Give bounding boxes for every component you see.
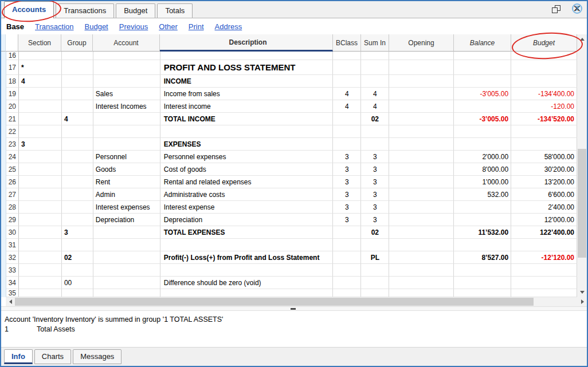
cell-sumin[interactable]: PL [361,251,389,264]
cell-section[interactable] [19,201,62,214]
cell-desc[interactable]: Cost of goods [160,163,334,176]
cell-account[interactable]: Admin [93,188,160,201]
cell-opening[interactable] [389,188,454,201]
cell-budget[interactable]: 2'400.00 [511,201,577,214]
scroll-left-icon[interactable] [6,297,15,306]
cell-sumin[interactable]: 4 [361,100,389,113]
cell-budget[interactable]: -120.00 [511,100,577,113]
cell-bclass[interactable] [333,125,361,138]
cell-balance[interactable] [454,264,511,277]
row-number[interactable]: 33 [6,264,19,277]
cell-budget[interactable]: -12’120.00 [511,251,577,264]
cell-section[interactable]: 4 [19,75,62,88]
cell-desc[interactable]: Personnel expenses [160,151,334,163]
cell-group[interactable] [62,100,93,113]
cell-desc[interactable]: EXPENSES [160,138,334,151]
cell-sumin[interactable]: 02 [361,113,389,125]
cell-sumin[interactable] [361,289,389,297]
row-number[interactable]: 23 [6,138,19,151]
cell-sumin[interactable]: 3 [361,214,389,226]
cell-balance[interactable] [454,277,511,289]
cell-section[interactable] [19,289,62,297]
horizontal-scrollbar[interactable] [6,297,587,306]
row-number[interactable]: 20 [6,100,19,113]
cell-balance[interactable] [454,138,511,151]
vertical-scrollbar[interactable] [577,34,587,297]
cell-bclass[interactable]: 3 [333,201,361,214]
help-icon[interactable]: ? [572,3,582,14]
cell-group[interactable]: 00 [62,277,93,289]
cell-bclass[interactable] [333,60,361,75]
column-header-budget[interactable]: Budget [511,34,577,52]
row-number[interactable]: 27 [6,188,19,201]
cell-desc[interactable]: Depreciation [160,214,334,226]
cell-desc[interactable]: TOTAL EXPENSES [160,226,334,239]
cell-opening[interactable] [389,251,454,264]
scroll-down-icon[interactable] [577,287,587,297]
cell-balance[interactable] [454,239,511,251]
cell-sumin[interactable]: 3 [361,176,389,188]
cell-group[interactable] [62,188,93,201]
cell-opening[interactable] [389,201,454,214]
cell-sumin[interactable]: 4 [361,88,389,100]
row-number[interactable]: 32 [6,251,19,264]
cell-sumin[interactable] [361,75,389,88]
cell-bclass[interactable]: 4 [333,100,361,113]
cell-balance[interactable]: 532.00 [454,188,511,201]
column-header-desc[interactable]: Description [160,34,333,52]
tab-accounts[interactable]: Accounts [4,1,54,18]
view-link-other[interactable]: Other [159,22,178,31]
cell-sumin[interactable]: 3 [361,201,389,214]
cell-section[interactable] [19,251,62,264]
cell-balance[interactable] [454,289,511,297]
cell-desc[interactable]: Profit(-) Loss(+) from Profit and Loss S… [160,251,334,264]
cell-budget[interactable]: -134’520.00 [511,113,577,125]
cell-opening[interactable] [389,113,454,125]
bottom-tab-messages[interactable]: Messages [73,349,121,364]
cell-balance[interactable]: -3’005.00 [454,113,511,125]
horizontal-scrollbar-thumb[interactable] [15,298,534,306]
view-link-address[interactable]: Address [215,22,242,31]
cell-section[interactable] [19,176,62,188]
cell-section[interactable] [19,264,62,277]
row-number[interactable]: 21 [6,113,19,125]
cell-budget[interactable]: 122’400.00 [511,226,577,239]
cell-group[interactable] [62,75,93,88]
cell-account[interactable]: Depreciation [93,214,160,226]
column-header-account[interactable]: Account [93,34,160,52]
cell-balance[interactable]: 1'000.00 [454,176,511,188]
cell-account[interactable] [93,251,160,264]
cell-opening[interactable] [389,264,454,277]
cell-desc[interactable] [160,289,334,297]
cell-bclass[interactable] [333,75,361,88]
cell-section[interactable] [19,100,62,113]
cell-group[interactable] [62,52,93,60]
cell-account[interactable]: Interest Incomes [93,100,160,113]
cell-bclass[interactable] [333,52,361,60]
cell-section[interactable] [19,214,62,226]
row-number[interactable]: 28 [6,201,19,214]
row-number[interactable]: 26 [6,176,19,188]
cell-account[interactable] [93,138,160,151]
cell-bclass[interactable]: 3 [333,176,361,188]
cell-account[interactable] [93,125,160,138]
row-number[interactable]: 34 [6,277,19,289]
cell-sumin[interactable]: 3 [361,188,389,201]
cell-budget[interactable]: 6'600.00 [511,188,577,201]
cell-balance[interactable]: 8'000.00 [454,163,511,176]
cell-desc[interactable] [160,125,334,138]
cell-account[interactable] [93,289,160,297]
cell-section[interactable]: * [19,60,62,75]
cell-group[interactable] [62,151,93,163]
cell-budget[interactable] [511,289,577,297]
cell-bclass[interactable] [333,239,361,251]
scroll-up-icon[interactable] [577,34,587,44]
cell-opening[interactable] [389,125,454,138]
cell-bclass[interactable]: 3 [333,151,361,163]
cell-account[interactable] [93,113,160,125]
cell-desc[interactable] [160,264,334,277]
row-number[interactable]: 25 [6,163,19,176]
cell-group[interactable] [62,163,93,176]
row-number[interactable]: 22 [6,125,19,138]
tab-transactions[interactable]: Transactions [56,3,114,18]
